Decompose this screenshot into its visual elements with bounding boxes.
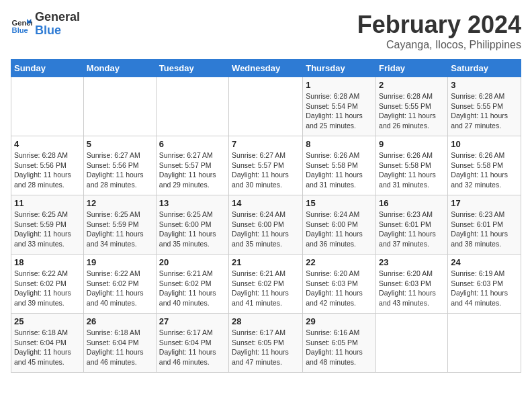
day-detail: Sunrise: 6:18 AM Sunset: 6:04 PM Dayligh… xyxy=(87,328,153,367)
day-number: 26 xyxy=(87,316,153,326)
day-number: 17 xyxy=(451,198,518,208)
day-detail: Sunrise: 6:26 AM Sunset: 5:58 PM Dayligh… xyxy=(451,150,518,190)
day-detail: Sunrise: 6:25 AM Sunset: 5:59 PM Dayligh… xyxy=(14,210,81,249)
day-detail: Sunrise: 6:17 AM Sunset: 6:04 PM Dayligh… xyxy=(159,328,226,367)
day-number: 25 xyxy=(14,316,81,326)
day-detail: Sunrise: 6:24 AM Sunset: 6:00 PM Dayligh… xyxy=(232,210,300,249)
day-detail: Sunrise: 6:25 AM Sunset: 5:59 PM Dayligh… xyxy=(87,210,153,249)
day-cell: 15Sunrise: 6:24 AM Sunset: 6:00 PM Dayli… xyxy=(303,195,376,255)
day-cell: 25Sunrise: 6:18 AM Sunset: 6:04 PM Dayli… xyxy=(11,314,84,373)
header-cell-friday: Friday xyxy=(376,60,448,77)
day-number: 18 xyxy=(14,257,81,267)
day-number: 16 xyxy=(379,198,445,208)
week-row-1: 1Sunrise: 6:28 AM Sunset: 5:54 PM Daylig… xyxy=(11,77,521,136)
day-cell: 1Sunrise: 6:28 AM Sunset: 5:54 PM Daylig… xyxy=(303,77,376,136)
day-cell: 3Sunrise: 6:28 AM Sunset: 5:55 PM Daylig… xyxy=(448,77,521,136)
day-detail: Sunrise: 6:20 AM Sunset: 6:03 PM Dayligh… xyxy=(379,269,445,308)
header-cell-sunday: Sunday xyxy=(11,60,84,77)
day-cell: 20Sunrise: 6:21 AM Sunset: 6:02 PM Dayli… xyxy=(156,255,228,314)
day-detail: Sunrise: 6:16 AM Sunset: 6:05 PM Dayligh… xyxy=(306,328,373,367)
day-number: 21 xyxy=(232,257,300,267)
day-number: 23 xyxy=(379,257,445,267)
day-detail: Sunrise: 6:27 AM Sunset: 5:56 PM Dayligh… xyxy=(87,150,153,190)
day-number: 1 xyxy=(306,80,373,90)
day-cell xyxy=(11,77,84,136)
header-cell-tuesday: Tuesday xyxy=(156,60,228,77)
day-number: 20 xyxy=(159,257,226,267)
day-cell: 18Sunrise: 6:22 AM Sunset: 6:02 PM Dayli… xyxy=(11,255,84,314)
day-number: 12 xyxy=(87,198,153,208)
day-detail: Sunrise: 6:27 AM Sunset: 5:57 PM Dayligh… xyxy=(159,150,226,190)
day-number: 14 xyxy=(232,198,300,208)
day-cell: 11Sunrise: 6:25 AM Sunset: 5:59 PM Dayli… xyxy=(11,195,84,255)
day-cell: 21Sunrise: 6:21 AM Sunset: 6:02 PM Dayli… xyxy=(229,255,303,314)
subtitle: Cayanga, Ilocos, Philippines xyxy=(357,39,521,51)
day-detail: Sunrise: 6:21 AM Sunset: 6:02 PM Dayligh… xyxy=(232,269,300,308)
day-number: 7 xyxy=(232,139,300,149)
day-cell: 23Sunrise: 6:20 AM Sunset: 6:03 PM Dayli… xyxy=(376,255,448,314)
day-detail: Sunrise: 6:28 AM Sunset: 5:55 PM Dayligh… xyxy=(379,91,445,131)
day-detail: Sunrise: 6:21 AM Sunset: 6:02 PM Dayligh… xyxy=(159,269,226,308)
svg-text:Blue: Blue xyxy=(12,26,28,34)
day-cell: 14Sunrise: 6:24 AM Sunset: 6:00 PM Dayli… xyxy=(229,195,303,255)
day-number: 11 xyxy=(14,198,81,208)
day-detail: Sunrise: 6:28 AM Sunset: 5:54 PM Dayligh… xyxy=(306,91,373,131)
calendar-table: SundayMondayTuesdayWednesdayThursdayFrid… xyxy=(11,59,521,373)
day-cell: 10Sunrise: 6:26 AM Sunset: 5:58 PM Dayli… xyxy=(448,136,521,195)
day-cell xyxy=(376,314,448,373)
logo: General Blue General Blue xyxy=(11,11,80,38)
header-cell-saturday: Saturday xyxy=(448,60,521,77)
header-row: SundayMondayTuesdayWednesdayThursdayFrid… xyxy=(11,60,521,77)
header-cell-thursday: Thursday xyxy=(303,60,376,77)
day-number: 3 xyxy=(451,80,518,90)
day-number: 4 xyxy=(14,139,81,149)
day-cell: 12Sunrise: 6:25 AM Sunset: 5:59 PM Dayli… xyxy=(83,195,156,255)
day-cell: 2Sunrise: 6:28 AM Sunset: 5:55 PM Daylig… xyxy=(376,77,448,136)
day-detail: Sunrise: 6:28 AM Sunset: 5:55 PM Dayligh… xyxy=(451,91,518,131)
week-row-2: 4Sunrise: 6:28 AM Sunset: 5:56 PM Daylig… xyxy=(11,136,521,195)
day-cell: 24Sunrise: 6:19 AM Sunset: 6:03 PM Dayli… xyxy=(448,255,521,314)
day-cell xyxy=(156,77,228,136)
logo-icon: General Blue xyxy=(11,13,32,35)
calendar-header: SundayMondayTuesdayWednesdayThursdayFrid… xyxy=(11,60,521,77)
day-detail: Sunrise: 6:22 AM Sunset: 6:02 PM Dayligh… xyxy=(87,269,153,308)
main-title: February 2024 xyxy=(357,11,521,39)
day-number: 6 xyxy=(159,139,226,149)
day-detail: Sunrise: 6:26 AM Sunset: 5:58 PM Dayligh… xyxy=(306,150,373,190)
day-cell: 27Sunrise: 6:17 AM Sunset: 6:04 PM Dayli… xyxy=(156,314,228,373)
logo-line1: General xyxy=(35,11,80,24)
header-cell-monday: Monday xyxy=(83,60,156,77)
day-detail: Sunrise: 6:18 AM Sunset: 6:04 PM Dayligh… xyxy=(14,328,81,367)
day-detail: Sunrise: 6:23 AM Sunset: 6:01 PM Dayligh… xyxy=(451,210,518,249)
day-detail: Sunrise: 6:23 AM Sunset: 6:01 PM Dayligh… xyxy=(379,210,445,249)
day-cell: 5Sunrise: 6:27 AM Sunset: 5:56 PM Daylig… xyxy=(83,136,156,195)
week-row-4: 18Sunrise: 6:22 AM Sunset: 6:02 PM Dayli… xyxy=(11,255,521,314)
day-number: 13 xyxy=(159,198,226,208)
day-detail: Sunrise: 6:20 AM Sunset: 6:03 PM Dayligh… xyxy=(306,269,373,308)
day-cell: 9Sunrise: 6:26 AM Sunset: 5:58 PM Daylig… xyxy=(376,136,448,195)
calendar-body: 1Sunrise: 6:28 AM Sunset: 5:54 PM Daylig… xyxy=(11,77,521,373)
day-cell: 28Sunrise: 6:17 AM Sunset: 6:05 PM Dayli… xyxy=(229,314,303,373)
day-cell: 19Sunrise: 6:22 AM Sunset: 6:02 PM Dayli… xyxy=(83,255,156,314)
day-cell: 26Sunrise: 6:18 AM Sunset: 6:04 PM Dayli… xyxy=(83,314,156,373)
day-cell: 8Sunrise: 6:26 AM Sunset: 5:58 PM Daylig… xyxy=(303,136,376,195)
day-cell: 6Sunrise: 6:27 AM Sunset: 5:57 PM Daylig… xyxy=(156,136,228,195)
day-number: 8 xyxy=(306,139,373,149)
title-block: February 2024 Cayanga, Ilocos, Philippin… xyxy=(357,11,521,51)
day-cell: 22Sunrise: 6:20 AM Sunset: 6:03 PM Dayli… xyxy=(303,255,376,314)
day-cell: 16Sunrise: 6:23 AM Sunset: 6:01 PM Dayli… xyxy=(376,195,448,255)
week-row-3: 11Sunrise: 6:25 AM Sunset: 5:59 PM Dayli… xyxy=(11,195,521,255)
day-cell: 4Sunrise: 6:28 AM Sunset: 5:56 PM Daylig… xyxy=(11,136,84,195)
day-detail: Sunrise: 6:24 AM Sunset: 6:00 PM Dayligh… xyxy=(306,210,373,249)
day-number: 22 xyxy=(306,257,373,267)
day-cell xyxy=(229,77,303,136)
day-number: 28 xyxy=(232,316,300,326)
day-number: 5 xyxy=(87,139,153,149)
day-detail: Sunrise: 6:26 AM Sunset: 5:58 PM Dayligh… xyxy=(379,150,445,190)
day-cell: 29Sunrise: 6:16 AM Sunset: 6:05 PM Dayli… xyxy=(303,314,376,373)
day-number: 10 xyxy=(451,139,518,149)
logo-text: General Blue xyxy=(35,11,80,38)
header: General Blue General Blue February 2024 … xyxy=(11,11,521,51)
day-cell xyxy=(83,77,156,136)
day-number: 2 xyxy=(379,80,445,90)
